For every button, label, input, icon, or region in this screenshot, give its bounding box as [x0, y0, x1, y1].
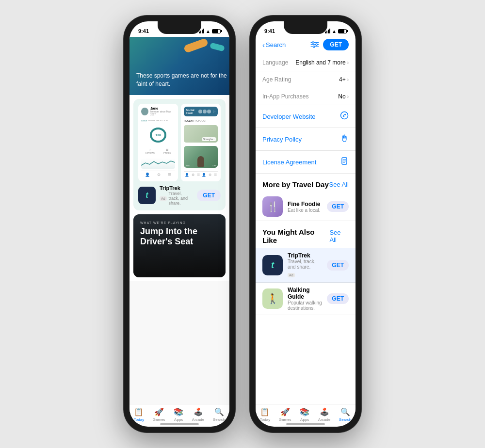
right-phone: 9:41 ▲ ‹ Search	[250, 16, 361, 432]
walking-guide-info: Walking Guide Popular walking destinatio…	[288, 287, 322, 311]
svg-marker-7	[344, 113, 347, 116]
apps-icon: 📚	[174, 407, 183, 416]
license-agreement-row[interactable]: License Agreement	[256, 151, 356, 174]
left-phone: 9:41 ▲ These s	[124, 16, 235, 432]
walking-guide-name: Walking Guide	[288, 287, 322, 300]
arcade-icon: 🕹️	[194, 407, 203, 416]
fine-foodie-desc: Eat like a local.	[288, 208, 322, 213]
search-icon-right: 🔍	[340, 407, 350, 416]
get-button-right-header[interactable]: GET	[323, 39, 349, 50]
get-button-left[interactable]: GET	[197, 190, 221, 201]
more-by-section-header: More by Travel Day See All	[256, 174, 356, 192]
app-tagline: Travel, track, and share.	[169, 191, 194, 206]
tab-apps-right[interactable]: 📚 Apps	[300, 407, 309, 422]
tab-today-left[interactable]: 📋 Today	[134, 407, 144, 422]
you-might-see-all[interactable]: See All	[329, 229, 349, 243]
iap-row[interactable]: In-App Purchases No ›	[256, 88, 356, 105]
triptrek-suggested-name: TripTrek	[288, 252, 322, 259]
more-by-title: More by Travel Day	[262, 180, 329, 189]
fine-foodie-item[interactable]: 🍴 Fine Foodie Eat like a local. GET	[256, 192, 356, 221]
detail-header: ‹ Search GET	[256, 37, 356, 54]
preview-left-panel: Jane Member since May 2017 STATS POINTS …	[138, 104, 178, 181]
header-actions: GET	[308, 39, 349, 50]
games-icon: 🚀	[154, 407, 164, 416]
fine-foodie-get[interactable]: GET	[327, 201, 349, 212]
tab-arcade-left[interactable]: 🕹️ Arcade	[192, 407, 204, 422]
notch-right	[284, 21, 327, 34]
arcade-label-right: Arcade	[318, 417, 330, 422]
apps-label-right: Apps	[300, 417, 309, 422]
tab-search-left[interactable]: 🔍 Search	[213, 407, 225, 422]
iap-value: No ›	[338, 93, 349, 100]
search-label-left: Search	[213, 417, 225, 422]
tab-bar-left: 📋 Today 🚀 Games 📚 Apps 🕹️ Arcade 🔍	[129, 404, 229, 424]
triptrek-suggested-get[interactable]: GET	[327, 260, 349, 271]
back-label: Search	[266, 41, 286, 48]
sports-banner: These sports games are not for the faint…	[129, 37, 229, 95]
games-icon-right: 🚀	[280, 407, 290, 416]
hand-icon	[340, 134, 349, 144]
what-playing-label: WHAT WE'RE PLAYING	[140, 221, 219, 224]
privacy-policy-link: Privacy Policy	[262, 136, 302, 143]
tab-today-right[interactable]: 📋 Today	[260, 407, 270, 422]
walking-guide-get[interactable]: GET	[327, 293, 349, 304]
games-label-right: Games	[279, 417, 291, 422]
triptrek-suggested-item[interactable]: t TripTrek Travel, track, and share. Ad …	[256, 248, 356, 283]
tab-search-right[interactable]: 🔍 Search	[339, 407, 351, 422]
today-label-right: Today	[260, 417, 270, 422]
age-rating-label: Age Rating	[262, 76, 291, 83]
detail-content: Language English and 7 more › Age Rating…	[256, 54, 356, 404]
compass-icon	[340, 111, 349, 122]
time-left: 9:41	[138, 28, 149, 34]
age-rating-row[interactable]: Age Rating 4+ ›	[256, 71, 356, 88]
language-label: Language	[262, 59, 288, 66]
tab-games-left[interactable]: 🚀 Games	[153, 407, 165, 422]
privacy-policy-row[interactable]: Privacy Policy	[256, 128, 356, 151]
what-playing-title: Jump Into theDriver's Seat	[140, 226, 219, 246]
you-might-section-header: You Might Also Like See All	[256, 221, 356, 248]
svg-point-1	[312, 42, 314, 44]
license-agreement-link: License Agreement	[262, 159, 316, 166]
tab-arcade-right[interactable]: 🕹️ Arcade	[318, 407, 330, 422]
language-row[interactable]: Language English and 7 more ›	[256, 54, 356, 71]
svg-point-5	[313, 46, 315, 48]
today-label: Today	[134, 417, 144, 422]
developer-website-row[interactable]: Developer Website	[256, 105, 356, 128]
time-right: 9:41	[264, 28, 275, 34]
battery-icon	[212, 29, 221, 33]
age-rating-value: 4+ ›	[339, 76, 349, 83]
tab-games-right[interactable]: 🚀 Games	[279, 407, 291, 422]
ad-badge: Ad	[160, 196, 167, 201]
doc-icon	[340, 157, 349, 167]
tab-bar-right: 📋 Today 🚀 Games 📚 Apps 🕹️ Arcade 🔍	[256, 404, 356, 424]
back-chevron-icon: ‹	[262, 41, 265, 49]
triptrek-suggested-icon: t	[262, 255, 283, 275]
fine-foodie-name: Fine Foodie	[288, 201, 322, 208]
developer-website-link: Developer Website	[262, 113, 316, 120]
search-label-right: Search	[339, 417, 351, 422]
walking-guide-item[interactable]: 🚶 Walking Guide Popular walking destinat…	[256, 283, 356, 315]
triptrek-suggested-info: TripTrek Travel, track, and share. Ad	[288, 252, 322, 278]
search-icon-left: 🔍	[214, 407, 224, 416]
wifi-icon: ▲	[206, 29, 210, 34]
battery-icon-right	[338, 29, 347, 33]
apps-label: Apps	[174, 417, 183, 422]
app-card-triptrek[interactable]: Jane Member since May 2017 STATS POINTS …	[133, 99, 226, 210]
banner-text: These sports games are not for the faint…	[136, 72, 229, 88]
iap-label: In-App Purchases	[262, 93, 308, 100]
filter-icon[interactable]	[308, 40, 319, 49]
wifi-icon-right: ▲	[332, 29, 337, 34]
fine-foodie-info: Fine Foodie Eat like a local.	[288, 201, 322, 213]
what-playing-card[interactable]: WHAT WE'RE PLAYING Jump Into theDriver's…	[133, 214, 226, 277]
preview-right-panel: Social Feed 2⁺ RECENT POPULAR	[181, 104, 221, 181]
arcade-icon-right: 🕹️	[320, 407, 329, 416]
arcade-label: Arcade	[192, 417, 204, 422]
more-by-see-all[interactable]: See All	[329, 181, 349, 188]
notch	[158, 21, 201, 34]
svg-point-6	[341, 112, 348, 119]
apps-icon-right: 📚	[300, 407, 309, 416]
tab-apps-left[interactable]: 📚 Apps	[174, 407, 183, 422]
svg-marker-8	[342, 115, 345, 118]
app-name: TripTrek	[160, 185, 193, 191]
back-button[interactable]: ‹ Search	[262, 41, 286, 49]
